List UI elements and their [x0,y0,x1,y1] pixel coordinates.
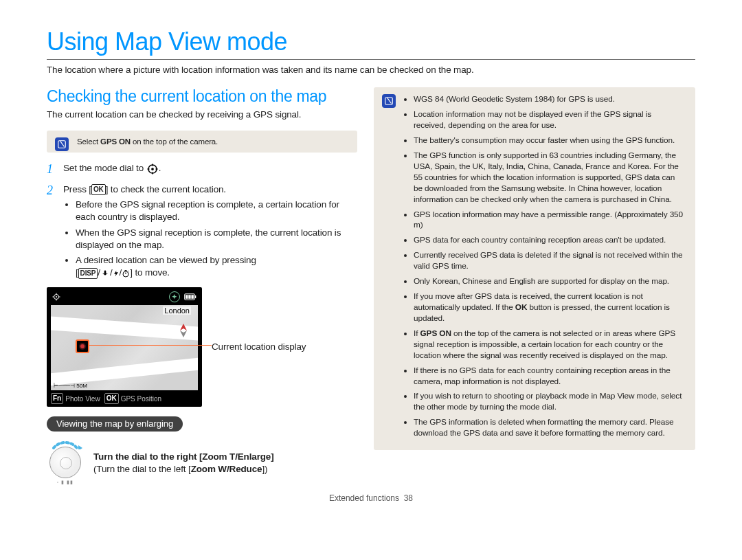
ok-key-icon: OK [91,184,106,195]
note-icon [382,94,396,108]
gps-target-icon [52,293,60,301]
gps-status-icon: ✦ [169,291,180,302]
step2-pre: Press [ [63,184,91,194]
divider [47,59,695,60]
map-preview: ✦ London ⊢───⊣ 50M [47,287,202,407]
svg-line-10 [128,271,128,271]
svg-rect-20 [188,295,190,300]
page-footer: Extended functions 38 [47,493,695,503]
current-location-pin [76,339,89,353]
note-item: If GPS ON on the top of the camera is no… [414,328,686,361]
subsection-pill: Viewing the map by enlarging [47,416,183,432]
note-item: The battery's consumption may occur fast… [414,135,686,146]
step-number: 2 [47,183,58,282]
note-box-gps-on: Select GPS ON on the top of the camera. [47,131,357,153]
step-2: 2 Press [OK] to check the current locati… [47,183,357,282]
macro-icon [100,269,110,278]
svg-point-16 [56,296,57,298]
svg-rect-19 [186,295,188,300]
dial-instructions: Turn the dial to the right [Zoom T/Enlar… [93,451,274,475]
section-heading: Checking the current location on the map [47,87,357,106]
battery-icon [184,293,196,300]
callout-line [88,345,212,346]
map-scale: ⊢───⊣ 50M [54,383,87,389]
svg-point-6 [151,168,154,170]
note-item: If there is no GPS data for each country… [414,366,686,388]
note-bold: GPS ON [100,137,131,146]
svg-marker-23 [180,331,187,337]
disp-key-icon: DISP [78,268,98,279]
svg-rect-25 [385,98,393,105]
note-item: Currently received GPS data is deleted i… [414,250,686,272]
info-note-box: WGS 84 (World Geodetic System 1984) for … [374,87,695,450]
gps-position-tag: OK GPS Position [104,393,161,404]
compass-icon [177,323,190,338]
step2-bullet: When the GPS signal reception is complet… [76,227,357,251]
intro-text: The location where a picture with locati… [47,64,695,76]
timer-icon [122,269,130,278]
note-item: The GPS function is only supported in 63… [414,150,686,205]
note-prefix: Select [77,137,100,146]
map-city-label: London [163,306,191,315]
note-item: GPS data for each country containing rec… [414,235,686,246]
note-item: If you move after GPS data is received, … [414,291,686,324]
svg-marker-22 [180,324,187,331]
step-number: 1 [47,162,58,177]
note-item: The GPS information is deleted when form… [414,417,686,439]
step1-text: Set the mode dial to [63,163,146,173]
svg-marker-24 [78,445,82,449]
page-title: Using Map View mode [47,27,695,56]
note-item: If you wish to return to shooting or pla… [414,391,686,413]
note-icon [55,137,69,151]
note-item: Location information may not be displaye… [414,109,686,131]
callout-label: Current location display [212,341,306,353]
flash-icon [113,269,120,278]
section-lead: The current location can be checked by r… [47,109,357,121]
note-item: Only Korean, Chinese and English are sup… [414,276,686,287]
svg-rect-0 [58,141,66,148]
step-1: 1 Set the mode dial to . [47,162,357,177]
mode-dial-icon [146,163,159,175]
note-item: GPS location information may have a perm… [414,210,686,232]
note-item: WGS 84 (World Geodetic System 1984) for … [414,94,686,105]
note-suffix: on the top of the camera. [131,137,218,146]
step2-bullet: Before the GPS signal reception is compl… [76,199,357,223]
svg-rect-18 [195,295,196,298]
step2-bullet: A desired location can be viewed by pres… [76,254,357,279]
zoom-dial-illustration: ◦ ▮ ▮▮ [47,441,84,485]
svg-rect-21 [191,295,193,300]
step2-post: ] to check the current location. [106,184,226,194]
photo-view-tag: Fn Photo View [51,393,100,404]
